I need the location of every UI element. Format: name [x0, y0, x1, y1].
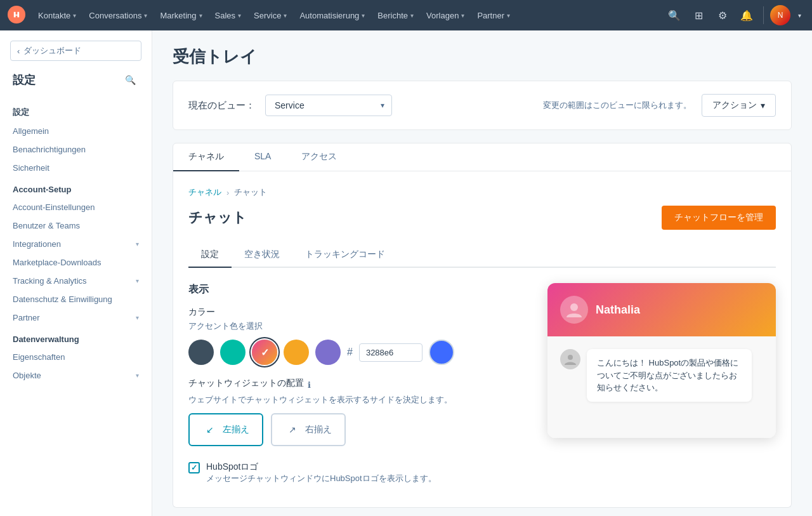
display-section-title: 表示: [188, 283, 522, 296]
sidebar-title: 設定: [13, 72, 36, 88]
action-button[interactable]: アクション ▾: [702, 94, 776, 117]
hex-color-input[interactable]: [359, 343, 422, 362]
color-swatch-pink[interactable]: ✓: [252, 340, 277, 365]
hubspot-logo-desc: メッセージチャットウィンドウにHubSpotロゴを表示します。: [206, 473, 436, 484]
chat-section-header: チャット チャットフローを管理: [188, 206, 776, 230]
chevron-down-icon: ▾: [362, 12, 365, 19]
sidebar-item-sicherheit[interactable]: Sicherheit: [0, 159, 152, 177]
sidebar-item-account-einstellungen[interactable]: Account-Einstellungen: [0, 198, 152, 216]
notifications-button[interactable]: 🔔: [737, 5, 757, 25]
content-area: チャネル › チャット チャット チャットフローを管理 設定 空き状況 トラッキ…: [173, 171, 792, 508]
tab-sla[interactable]: SLA: [239, 143, 286, 171]
view-select[interactable]: Service Sales Marketing: [265, 95, 392, 116]
sidebar-item-marketplace[interactable]: Marketplace-Downloads: [0, 253, 152, 272]
back-to-dashboard-button[interactable]: ‹ ダッシュボード: [10, 41, 141, 61]
hubspot-logo-checkbox[interactable]: ✓: [188, 462, 200, 473]
nav-item-berichte[interactable]: Berichte ▾: [372, 8, 419, 23]
sub-tab-tracking-code[interactable]: トラッキングコード: [292, 242, 398, 268]
breadcrumb: チャネル › チャット: [188, 187, 776, 198]
settings-sidebar: ‹ ダッシュボード 設定 🔍 設定 Allgemein Benachrichti…: [0, 30, 152, 516]
nav-item-automatisierung[interactable]: Automatisierung ▾: [294, 8, 370, 23]
placement-options-row: ↙ 左揃え ↗ 右揃え: [188, 413, 522, 446]
settings-left-col: 表示 カラー アクセント色を選択 ✓: [188, 283, 522, 492]
sub-tab-settings[interactable]: 設定: [188, 242, 232, 268]
chat-section-title: チャット: [188, 208, 247, 227]
chevron-down-icon: ▾: [73, 12, 76, 19]
sidebar-item-benutzer-teams[interactable]: Benutzer & Teams: [0, 216, 152, 235]
chevron-down-icon: ▾: [461, 12, 464, 19]
topnav-right-actions: 🔍 ⊞ ⚙ 🔔 N ▾: [664, 5, 804, 25]
main-tabs: チャネル SLA アクセス: [173, 143, 792, 171]
sidebar-item-datenschutz[interactable]: Datenschutz & Einwilligung: [0, 290, 152, 308]
nav-item-conversations[interactable]: Conversations ▾: [84, 8, 152, 23]
back-arrow-icon: ‹: [17, 46, 20, 56]
app-layout: ‹ ダッシュボード 設定 🔍 設定 Allgemein Benachrichti…: [0, 30, 812, 516]
breadcrumb-channel-link[interactable]: チャネル: [188, 187, 221, 198]
placement-info-icon[interactable]: ℹ: [308, 380, 311, 390]
hubspot-logo-label: HubSpotロゴ: [206, 461, 436, 473]
color-swatch-orange[interactable]: [284, 340, 309, 365]
sidebar-section-settings-label: 設定: [0, 99, 152, 122]
nav-item-sales[interactable]: Sales ▾: [210, 8, 247, 23]
action-chevron-icon: ▾: [761, 100, 765, 110]
tab-channel[interactable]: チャネル: [173, 143, 239, 171]
sidebar-item-eigenschaften[interactable]: Eigenschaften: [0, 348, 152, 366]
color-swatch-teal[interactable]: [220, 340, 246, 365]
nav-divider: [763, 6, 764, 24]
nav-item-service[interactable]: Service ▾: [249, 8, 292, 23]
color-sub-label: アクセント色を選択: [188, 321, 522, 332]
placement-section: チャットウィジェットの配置 ℹ ウェブサイトでチャットウィジェットを表示するサイ…: [188, 378, 522, 446]
placement-left-option[interactable]: ↙ 左揃え: [188, 413, 263, 446]
sidebar-item-tracking-analytics[interactable]: Tracking & Analytics ▾: [0, 272, 152, 290]
nav-item-partner[interactable]: Partner ▾: [472, 8, 515, 23]
chevron-right-icon: ▾: [136, 314, 139, 321]
chat-preview-header: Nathalia: [547, 283, 776, 336]
placement-right-icon: ↗: [285, 422, 300, 437]
sidebar-item-objekte[interactable]: Objekte ▾: [0, 366, 152, 385]
chat-message-avatar: [560, 349, 580, 369]
tab-access[interactable]: アクセス: [286, 143, 352, 171]
nav-item-kontakte[interactable]: Kontakte ▾: [33, 8, 81, 23]
placement-right-option[interactable]: ↗ 右揃え: [271, 413, 346, 446]
chevron-down-icon: ▾: [144, 12, 147, 19]
sub-tab-availability[interactable]: 空き状況: [232, 242, 292, 268]
chevron-right-icon: ▾: [136, 241, 139, 248]
color-swatch-dark[interactable]: [188, 340, 214, 365]
placement-left-icon: ↙: [202, 422, 218, 437]
settings-button[interactable]: ⚙: [712, 5, 733, 25]
sidebar-search-button[interactable]: 🔍: [121, 71, 139, 89]
nav-item-marketing[interactable]: Marketing ▾: [155, 8, 207, 23]
hubspot-logo[interactable]: [8, 6, 30, 25]
color-label: カラー: [188, 307, 522, 318]
nav-item-vorlagen[interactable]: Vorlagen ▾: [421, 8, 469, 23]
apps-button[interactable]: ⊞: [688, 5, 709, 25]
svg-point-2: [568, 355, 573, 360]
sidebar-item-partner[interactable]: Partner ▾: [0, 308, 152, 327]
swatch-checkmark-icon: ✓: [261, 347, 269, 359]
account-chevron[interactable]: ▾: [794, 5, 804, 25]
search-button[interactable]: 🔍: [664, 5, 684, 25]
sidebar-item-integrationen[interactable]: Integrationen ▾: [0, 235, 152, 253]
sidebar-section-data-label: Datenverwaltung: [0, 327, 152, 348]
chevron-right-icon: ▾: [136, 372, 139, 379]
chat-preview: Nathalia こんにちは！ HubSpotの製品や価格: [547, 283, 776, 438]
sub-tabs: 設定 空き状況 トラッキングコード: [188, 242, 776, 268]
color-swatch-purple[interactable]: [315, 340, 341, 365]
custom-color-circle[interactable]: [429, 340, 454, 365]
hubspot-logo-text: HubSpotロゴ メッセージチャットウィンドウにHubSpotロゴを表示します…: [206, 461, 436, 484]
chat-agent-name: Nathalia: [596, 303, 640, 317]
user-avatar[interactable]: N: [770, 5, 790, 25]
chevron-down-icon: ▾: [199, 12, 202, 19]
sidebar-section-account-label: Account-Setup: [0, 177, 152, 198]
chevron-down-icon: ▾: [410, 12, 414, 19]
main-content: 受信トレイ 現在のビュー： Service Sales Marketing ▾ …: [152, 30, 812, 516]
chat-message-bubble: こんにちは！ HubSpotの製品や価格についてご不明な点がございましたらお知ら…: [587, 349, 752, 402]
view-label: 現在のビュー：: [188, 100, 255, 112]
chevron-down-icon: ▾: [507, 12, 510, 19]
manage-chatflow-button[interactable]: チャットフローを管理: [662, 206, 776, 230]
sidebar-item-benachrichtigungen[interactable]: Benachrichtigungen: [0, 140, 152, 159]
breadcrumb-current: チャット: [234, 187, 267, 198]
chat-preview-body: こんにちは！ HubSpotの製品や価格についてご不明な点がございましたらお知ら…: [547, 336, 776, 438]
view-selector-card: 現在のビュー： Service Sales Marketing ▾ 変更の範囲は…: [173, 81, 792, 130]
sidebar-item-allgemein[interactable]: Allgemein: [0, 122, 152, 140]
